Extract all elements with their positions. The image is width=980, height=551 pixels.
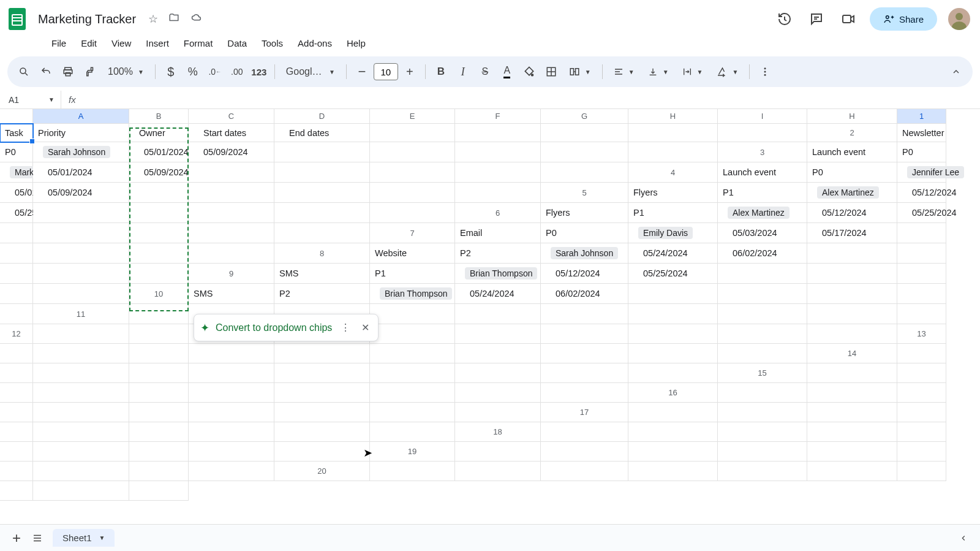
menu-help[interactable]: Help (341, 36, 372, 51)
meet-icon[interactable] (838, 9, 859, 29)
cell[interactable]: 06/02/2024 (541, 284, 628, 304)
cell[interactable]: Alex Martinez (718, 203, 807, 223)
share-button[interactable]: Share (870, 7, 937, 31)
cell[interactable] (807, 363, 897, 383)
col-header-C[interactable]: C (189, 109, 274, 124)
cell[interactable] (718, 324, 807, 344)
move-icon[interactable] (168, 12, 180, 26)
menu-tools[interactable]: Tools (255, 36, 289, 51)
cell[interactable]: 05/09/2024 (33, 183, 129, 203)
paint-format-icon[interactable] (80, 61, 100, 82)
cell[interactable] (33, 442, 129, 462)
cell[interactable] (897, 442, 946, 462)
cell[interactable]: 05/03/2024 (718, 223, 807, 243)
cell[interactable] (897, 462, 946, 481)
cell[interactable]: Flyers (628, 183, 718, 203)
cell[interactable] (0, 363, 33, 383)
row-header-4[interactable]: 4 (628, 162, 718, 183)
cell[interactable]: 05/25/2024 (0, 203, 33, 223)
search-menus-icon[interactable] (13, 61, 34, 82)
cell[interactable] (455, 383, 541, 403)
cell[interactable] (189, 462, 274, 481)
all-sheets-icon[interactable] (27, 528, 48, 549)
cell[interactable] (129, 383, 189, 403)
cell[interactable] (541, 383, 628, 403)
cell[interactable]: 05/12/2024 (541, 264, 628, 284)
cell[interactable] (33, 363, 129, 383)
cell[interactable] (370, 304, 455, 324)
cell[interactable] (807, 383, 897, 403)
comments-icon[interactable] (806, 9, 827, 29)
cell[interactable] (0, 243, 33, 264)
cell[interactable]: 06/02/2024 (718, 243, 807, 264)
menu-format[interactable]: Format (178, 36, 219, 51)
cell[interactable]: 05/12/2024 (897, 183, 946, 203)
row-header-15[interactable]: 15 (718, 363, 807, 383)
menu-edit[interactable]: Edit (75, 36, 103, 51)
cell[interactable] (807, 243, 897, 264)
menu-view[interactable]: View (105, 36, 137, 51)
cell[interactable] (370, 422, 455, 442)
cloud-status-icon[interactable] (190, 12, 203, 26)
sheets-logo[interactable] (5, 7, 29, 31)
history-icon[interactable] (774, 9, 795, 29)
borders-icon[interactable] (541, 61, 562, 82)
cell[interactable] (189, 243, 274, 264)
cell[interactable] (628, 142, 718, 162)
cell[interactable]: Website (370, 243, 455, 264)
cell[interactable]: 05/25/2024 (897, 203, 946, 223)
cell[interactable] (897, 304, 946, 324)
cell[interactable]: 05/25/2024 (628, 264, 718, 284)
row-header-20[interactable]: 20 (274, 462, 370, 481)
col-header-B[interactable]: B (129, 109, 189, 124)
cell[interactable] (455, 183, 541, 203)
cell[interactable]: 05/01/2024 (33, 162, 129, 183)
cell[interactable]: P0 (0, 142, 33, 162)
cell[interactable] (33, 383, 129, 403)
cell[interactable]: Mark Peterson (0, 162, 33, 183)
cell[interactable] (129, 344, 189, 363)
cell[interactable]: Task (0, 124, 33, 142)
font-family-dropdown[interactable]: Googl…▼ (280, 61, 341, 82)
cell[interactable] (541, 162, 628, 183)
cell[interactable] (370, 344, 455, 363)
cell[interactable] (189, 203, 274, 223)
cell[interactable] (897, 363, 946, 383)
cell[interactable] (541, 462, 628, 481)
cell[interactable] (33, 324, 129, 344)
col-header-H[interactable]: H (628, 109, 718, 124)
increase-font-icon[interactable]: + (399, 61, 420, 82)
cell[interactable] (807, 304, 897, 324)
row-header-9[interactable]: 9 (189, 264, 274, 284)
cell[interactable] (718, 344, 807, 363)
cell[interactable] (541, 442, 628, 462)
cell[interactable]: Owner (129, 124, 189, 142)
cell[interactable] (807, 324, 897, 344)
sheet-tab-menu-icon[interactable]: ▼ (99, 534, 105, 541)
cell[interactable] (455, 462, 541, 481)
cell[interactable]: Flyers (541, 203, 628, 223)
cell[interactable] (274, 344, 370, 363)
cell[interactable] (718, 442, 807, 462)
more-toolbar-icon[interactable] (755, 61, 775, 82)
cell[interactable] (274, 183, 370, 203)
account-avatar[interactable] (948, 8, 970, 30)
cell[interactable]: 05/24/2024 (628, 243, 718, 264)
cell[interactable] (274, 403, 370, 422)
cell[interactable] (189, 422, 274, 442)
cell[interactable] (370, 383, 455, 403)
cell[interactable] (129, 363, 189, 383)
decrease-decimal-icon[interactable]: .0← (205, 61, 225, 82)
cell[interactable] (370, 324, 455, 344)
spreadsheet-grid[interactable]: ABCDEFGHIH1TaskPriorityOwnerStart datesE… (0, 109, 980, 520)
cell[interactable] (370, 142, 455, 162)
cell[interactable] (0, 442, 33, 462)
text-color-icon[interactable]: A (497, 61, 518, 82)
undo-icon[interactable] (36, 61, 56, 82)
col-header-I[interactable]: I (718, 109, 807, 124)
cell[interactable]: 05/09/2024 (189, 142, 274, 162)
cell[interactable]: Launch event (718, 162, 807, 183)
suggestion-label[interactable]: Convert to dropdown chips (216, 322, 332, 333)
bold-icon[interactable]: B (431, 61, 451, 82)
cell[interactable] (541, 124, 628, 142)
